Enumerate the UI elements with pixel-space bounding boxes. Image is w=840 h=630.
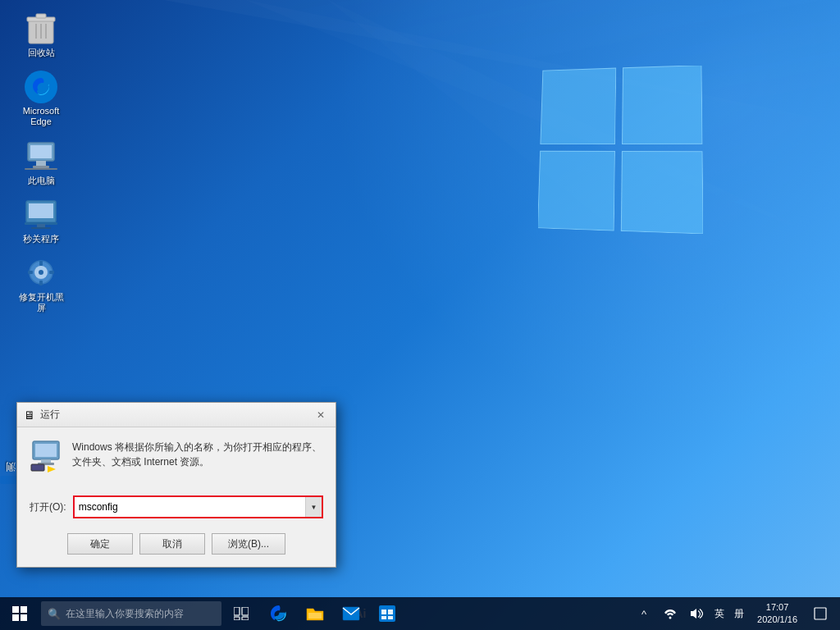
dialog-browse-button[interactable]: 浏览(B)...: [212, 533, 285, 555]
this-pc-icon[interactable]: 此电脑: [12, 136, 70, 190]
tray-time: 17:07: [766, 601, 789, 614]
dialog-dropdown-button[interactable]: ▼: [305, 497, 322, 517]
taskbar-explorer-app[interactable]: [297, 597, 333, 630]
windows-logo: [536, 66, 717, 246]
svg-rect-39: [242, 617, 249, 620]
tray-chevron[interactable]: ^: [632, 597, 655, 630]
dialog-title-icon: 🖥: [24, 409, 35, 422]
quick-access-label: 秒关程序: [23, 234, 59, 244]
svg-marker-31: [48, 466, 56, 472]
tray-volume-icon[interactable]: [685, 597, 708, 630]
fix-desktop-icon[interactable]: 修复开机黑屏: [12, 253, 70, 317]
tray-date: 2020/1/16: [757, 614, 797, 626]
taskbar-search-placeholder: 在这里输入你要搜索的内容: [66, 607, 184, 621]
dialog-buttons: 确定 取消 浏览(B)...: [17, 527, 336, 567]
tray-network-icon[interactable]: [659, 597, 682, 630]
run-dialog-input[interactable]: [75, 499, 305, 515]
this-pc-label: 此电脑: [28, 176, 55, 186]
desktop-icons-area: 回收站 MicrosoftEdge: [12, 8, 70, 317]
taskbar-store-app[interactable]: [369, 597, 405, 630]
svg-rect-27: [35, 444, 57, 457]
dialog-input-wrapper: ▼: [73, 495, 323, 518]
taskbar-mail-app[interactable]: [333, 597, 369, 630]
dialog-titlebar: 🖥 运行 ✕: [17, 403, 336, 427]
svg-rect-35: [21, 614, 27, 621]
svg-rect-21: [39, 261, 43, 266]
recycle-bin-label: 回收站: [28, 48, 55, 58]
logo-pane-tl: [540, 68, 616, 145]
svg-rect-32: [12, 606, 19, 613]
svg-rect-23: [28, 271, 33, 274]
edge-label: MicrosoftEdge: [23, 106, 60, 127]
svg-rect-38: [234, 617, 240, 620]
dialog-description: Windows 将根据你所输入的名称，为你打开相应的程序、 文件夹、文档或 In…: [72, 440, 323, 469]
tray-language-indicator[interactable]: 英: [711, 607, 728, 621]
dialog-ok-button[interactable]: 确定: [67, 533, 133, 555]
svg-rect-33: [21, 606, 27, 613]
dialog-title-text: 运行: [40, 408, 60, 422]
svg-rect-11: [36, 161, 46, 166]
quick-access-icon[interactable]: 秒关程序: [12, 194, 70, 249]
tray-ime-indicator[interactable]: 册: [731, 607, 747, 621]
recycle-bin-image: [25, 12, 57, 45]
svg-point-43: [669, 617, 672, 619]
svg-marker-0: [164, 0, 840, 123]
quick-access-image: [25, 199, 57, 231]
tray-notification-button[interactable]: [807, 597, 833, 630]
svg-rect-40: [308, 613, 322, 619]
taskbar-search-icon: 🔍: [48, 608, 61, 620]
svg-rect-18: [31, 227, 51, 229]
fix-desktop-label: 修复开机黑屏: [16, 292, 66, 313]
run-dialog: 🖥 运行 ✕ Windows 将根据你所输入的名称，为你打开相应的程序、 文件夹…: [16, 402, 336, 568]
taskbar-search-box[interactable]: 🔍 在这里输入你要搜索的内容: [41, 601, 221, 626]
svg-rect-22: [39, 281, 43, 285]
svg-rect-5: [36, 14, 46, 18]
edge-image: [25, 71, 57, 103]
taskbar-pinned-apps: [261, 597, 405, 630]
dialog-title-left: 🖥 运行: [24, 408, 60, 422]
svg-rect-36: [234, 607, 240, 615]
logo-pane-br: [621, 151, 704, 235]
svg-rect-10: [30, 145, 52, 158]
dialog-body: Windows 将根据你所输入的名称，为你打开相应的程序、 文件夹、文档或 In…: [17, 427, 336, 491]
logo-pane-tr: [622, 65, 703, 144]
svg-point-25: [39, 270, 43, 275]
svg-rect-15: [29, 203, 53, 218]
dialog-cancel-button[interactable]: 取消: [139, 533, 205, 555]
edge-icon[interactable]: MicrosoftEdge: [12, 66, 70, 131]
svg-rect-24: [49, 271, 54, 274]
recycle-bin-icon[interactable]: 回收站: [12, 8, 70, 62]
svg-rect-41: [343, 607, 359, 620]
svg-rect-30: [31, 464, 44, 471]
dialog-input-row: 打开(O): ▼: [17, 491, 336, 527]
svg-rect-13: [25, 168, 57, 170]
taskbar-systray: ^ 英 册 17:07 2020/1/16: [632, 597, 840, 630]
dialog-close-button[interactable]: ✕: [313, 407, 329, 423]
logo-pane-bl: [537, 151, 615, 231]
fix-desktop-image: [25, 257, 57, 290]
svg-rect-45: [815, 608, 826, 619]
tray-clock[interactable]: 17:07 2020/1/16: [751, 597, 804, 630]
svg-rect-12: [33, 166, 49, 168]
svg-rect-34: [12, 614, 19, 621]
this-pc-image: [25, 140, 57, 173]
svg-marker-44: [691, 609, 696, 619]
desktop: 回收站 MicrosoftEdge: [0, 0, 840, 630]
taskbar-task-view-button[interactable]: [225, 597, 258, 630]
start-button[interactable]: [0, 597, 39, 630]
dialog-input-label: 打开(O):: [30, 500, 66, 514]
taskbar: 🔍 在这里输入你要搜索的内容: [0, 597, 840, 630]
svg-rect-37: [242, 607, 249, 615]
taskbar-edge-app[interactable]: [261, 597, 297, 630]
run-dialog-icon: [30, 440, 62, 479]
